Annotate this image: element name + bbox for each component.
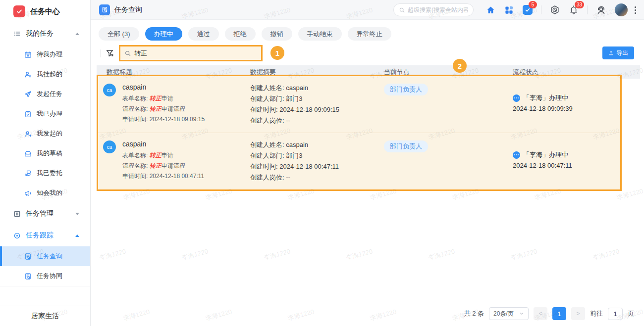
sidebar-item-handled[interactable]: 我已办理 bbox=[0, 104, 90, 124]
app-title: 任务中心 bbox=[30, 7, 60, 16]
sidebar-item-label: 我已委托 bbox=[37, 169, 62, 178]
sidebar-item-todo[interactable]: 待我办理 bbox=[0, 45, 90, 64]
current-node-tag[interactable]: 部门负责人 bbox=[384, 84, 428, 95]
goto-page-input[interactable] bbox=[608, 308, 623, 320]
sidebar-item-task-query[interactable]: 任务查询 bbox=[0, 246, 90, 266]
todo-badge: 5 bbox=[529, 1, 537, 8]
page-size-select[interactable]: 20条/页 bbox=[489, 307, 529, 320]
form-name-rest: 申请 bbox=[161, 95, 173, 102]
sidebar-group-task-track[interactable]: 任务跟踪 bbox=[0, 225, 90, 246]
filter-tab-abnormal-end[interactable]: 异常终止 bbox=[348, 27, 391, 41]
app-window: 任务中心 我的任务 待我办理 我挂起的 发起任务 bbox=[0, 0, 644, 326]
target-icon bbox=[13, 232, 21, 239]
global-search[interactable] bbox=[393, 3, 474, 16]
todo-check-icon[interactable]: 5 bbox=[523, 5, 533, 15]
form-name-line: 表单名称: 转正申请 bbox=[122, 150, 204, 161]
row-title[interactable]: caspain bbox=[122, 83, 205, 92]
global-search-input[interactable] bbox=[408, 6, 468, 13]
filter-funnel-icon[interactable] bbox=[106, 49, 114, 57]
notification-bell-icon[interactable]: 33 bbox=[569, 5, 579, 15]
user-avatar[interactable] bbox=[615, 3, 628, 16]
flow-name-line: 流程名称: 转正申请流程 bbox=[122, 104, 205, 114]
creator-post-line: 创建人岗位: -- bbox=[250, 172, 384, 183]
form-name-label: 表单名称: bbox=[122, 152, 150, 159]
sidebar-item-initiate-task[interactable]: 发起任务 bbox=[0, 84, 90, 104]
in-progress-icon bbox=[513, 151, 520, 159]
filter-tab-approved[interactable]: 通过 bbox=[188, 27, 219, 41]
main-content: 全部 (3) 办理中 通过 拒绝 撤销 手动结束 异常终止 bbox=[91, 20, 644, 326]
more-menu-icon[interactable] bbox=[635, 5, 636, 14]
creator-dept-label: 创建人部门: bbox=[250, 95, 286, 102]
sidebar-group-my-tasks[interactable]: 我的任务 bbox=[0, 23, 90, 45]
filter-tab-withdrawn[interactable]: 撤销 bbox=[262, 27, 292, 41]
calendar-check-icon bbox=[24, 51, 32, 58]
customer-service-icon[interactable] bbox=[596, 5, 606, 15]
sidebar-item-task-collab[interactable]: 任务协同 bbox=[0, 266, 90, 286]
sidebar-item-delegated[interactable]: 我已委托 bbox=[0, 163, 90, 183]
form-name-line: 表单名称: 转正申请 bbox=[122, 93, 205, 104]
sidebar-item-my-initiated[interactable]: 我发起的 bbox=[0, 124, 90, 143]
creator-name-label: 创建人姓名: bbox=[250, 84, 286, 92]
creator-dept-line: 创建人部门: 部门3 bbox=[250, 150, 384, 161]
task-center-logo-icon bbox=[13, 5, 25, 17]
search-icon bbox=[399, 7, 405, 13]
create-time-value: 2024-12-18 00:47:11 bbox=[279, 163, 339, 170]
status-text: 「李海」办理中 bbox=[523, 93, 568, 102]
sidebar-item-suspended[interactable]: 我挂起的 bbox=[0, 64, 90, 84]
chevron-down-icon bbox=[519, 311, 524, 316]
create-time-value: 2024-12-18 09:09:15 bbox=[279, 106, 339, 113]
approval-hexagon-icon[interactable] bbox=[550, 5, 560, 15]
inbox-icon bbox=[24, 150, 32, 157]
highlight-keyword: 转正 bbox=[150, 105, 161, 112]
sidebar-item-cc-me[interactable]: 知会我的 bbox=[0, 183, 90, 203]
megaphone-icon bbox=[24, 189, 32, 197]
in-progress-icon bbox=[513, 94, 520, 102]
keyword-search-box[interactable] bbox=[119, 45, 263, 61]
creator-post-line: 创建人岗位: -- bbox=[250, 115, 384, 126]
apps-grid-icon[interactable] bbox=[504, 5, 514, 15]
flow-name-label: 流程名称: bbox=[122, 162, 150, 169]
highlight-keyword: 转正 bbox=[150, 95, 161, 102]
collapse-arrow-icon bbox=[75, 234, 79, 237]
filter-tab-manual-end[interactable]: 手动结束 bbox=[298, 27, 342, 41]
collapse-arrow-icon bbox=[75, 33, 79, 35]
table-row[interactable]: ca caspain 表单名称: 转正申请 流程名称: 转正申请流程 申请时间:… bbox=[98, 76, 620, 133]
status-time: 2024-12-18 00:47:11 bbox=[513, 162, 620, 170]
notification-badge: 33 bbox=[575, 1, 584, 8]
current-node-tag[interactable]: 部门负责人 bbox=[384, 140, 428, 152]
row-title-cell: ca caspain 表单名称: 转正申请 流程名称: 转正申请流程 申请时间:… bbox=[103, 83, 250, 126]
flow-name-rest: 申请流程 bbox=[161, 162, 185, 169]
sidebar-item-label: 知会我的 bbox=[37, 188, 62, 197]
table-row[interactable]: ca caspain 表单名称: 转正申请 流程名称: 转正申请流程 申请时间:… bbox=[98, 133, 620, 189]
search-icon bbox=[124, 50, 131, 57]
keyword-search-input[interactable] bbox=[134, 49, 257, 57]
prev-page-button[interactable]: < bbox=[534, 307, 547, 320]
row-title[interactable]: caspain bbox=[122, 140, 204, 148]
creator-post-value: -- bbox=[286, 174, 290, 181]
app-logo: 任务中心 bbox=[0, 0, 90, 23]
top-bar-actions: 5 33 bbox=[393, 0, 639, 20]
filter-tab-all[interactable]: 全部 (3) bbox=[99, 27, 139, 41]
sidebar-group-label: 任务跟踪 bbox=[26, 231, 75, 240]
filter-tab-rejected[interactable]: 拒绝 bbox=[225, 27, 256, 41]
creator-post-label: 创建人岗位: bbox=[250, 117, 286, 124]
document-search-icon bbox=[24, 253, 32, 260]
export-label: 导出 bbox=[616, 49, 628, 57]
page-tab[interactable]: 任务查询 bbox=[91, 4, 142, 15]
flow-name-rest: 申请流程 bbox=[161, 105, 185, 112]
sidebar-item-drafts[interactable]: 我的草稿 bbox=[0, 143, 90, 163]
current-page-button[interactable]: 1 bbox=[552, 307, 566, 320]
row-avatar: ca bbox=[103, 140, 116, 153]
filter-tab-in-progress[interactable]: 办理中 bbox=[145, 27, 182, 41]
divider bbox=[101, 49, 101, 57]
pagination: 共 2 条 20条/页 < 1 > 前往 页 bbox=[464, 307, 634, 320]
home-icon[interactable] bbox=[486, 5, 495, 15]
row-summary-cell: 创建人姓名: caspain 创建人部门: 部门3 创建时间: 2024-12-… bbox=[250, 83, 384, 126]
sidebar-group-task-manage[interactable]: 任务管理 bbox=[0, 203, 90, 225]
apply-time-value: 2024-12-18 00:47:11 bbox=[150, 173, 205, 180]
flow-name-label: 流程名称: bbox=[122, 105, 150, 112]
user-arrow-icon bbox=[24, 130, 32, 138]
export-button[interactable]: 导出 bbox=[602, 47, 634, 59]
main-column: 任务查询 5 bbox=[91, 0, 644, 326]
next-page-button[interactable]: > bbox=[571, 307, 585, 320]
